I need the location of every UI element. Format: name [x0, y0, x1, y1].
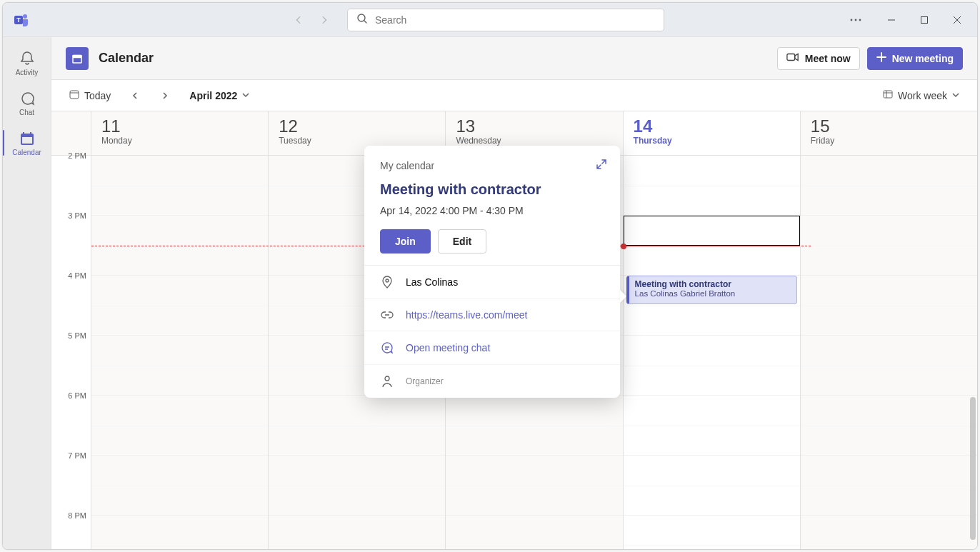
- view-picker[interactable]: Work week: [878, 86, 964, 105]
- rail-activity[interactable]: Activity: [3, 43, 51, 83]
- chevron-down-icon: [241, 90, 250, 101]
- time-slot[interactable]: [624, 516, 800, 550]
- event-popover: My calendar Meeting with contractor Apr …: [364, 146, 620, 398]
- svg-point-17: [385, 376, 389, 381]
- next-period-button[interactable]: [155, 86, 175, 106]
- today-label: Today: [84, 90, 111, 101]
- time-slot[interactable]: [91, 516, 268, 550]
- join-button[interactable]: Join: [380, 229, 431, 254]
- time-slot[interactable]: [801, 156, 977, 216]
- time-slot[interactable]: [91, 396, 268, 456]
- main-area: Calendar Meet now New meeting Today: [51, 37, 977, 549]
- time-slot[interactable]: [801, 336, 977, 396]
- history-back-button[interactable]: [287, 9, 310, 31]
- svg-rect-13: [787, 54, 795, 61]
- time-gutter: 2 PM3 PM4 PM5 PM6 PM7 PM8 PM: [51, 111, 91, 549]
- organizer-label: Organizer: [406, 376, 444, 386]
- svg-point-2: [23, 14, 27, 19]
- popover-location: Las Colinas: [406, 276, 458, 288]
- rail-item-label: Calendar: [12, 149, 41, 156]
- svg-point-6: [859, 19, 861, 21]
- chat-icon: [380, 341, 394, 354]
- time-slot[interactable]: [91, 336, 268, 396]
- button-label: Edit: [453, 236, 471, 247]
- current-time-line: [624, 246, 800, 246]
- event-title: Meeting with contractor: [635, 279, 791, 289]
- today-button[interactable]: Today: [64, 86, 115, 105]
- day-number: 14: [634, 117, 790, 136]
- time-slot[interactable]: [91, 276, 268, 336]
- popover-chat-row[interactable]: Open meeting chat: [364, 331, 620, 365]
- svg-point-3: [358, 14, 365, 21]
- time-label: 3 PM: [68, 211, 86, 220]
- search-box[interactable]: [347, 9, 664, 31]
- time-slot[interactable]: [624, 156, 800, 216]
- expand-button[interactable]: [596, 159, 607, 173]
- time-slot[interactable]: [269, 456, 445, 516]
- popover-location-row: Las Colinas: [364, 266, 620, 299]
- popover-pointer: [620, 290, 626, 303]
- day-number: 11: [101, 117, 258, 136]
- button-label: Join: [395, 236, 416, 247]
- edit-button[interactable]: Edit: [438, 229, 486, 254]
- new-meeting-button[interactable]: New meeting: [867, 47, 963, 70]
- title-bar: T: [3, 3, 977, 37]
- maximize-button[interactable]: [909, 9, 940, 31]
- day-header: 15Friday: [801, 111, 977, 156]
- time-slot[interactable]: [91, 156, 268, 216]
- prev-period-button[interactable]: [125, 86, 145, 106]
- popover-title: Meeting with contractor: [380, 181, 604, 198]
- time-slot[interactable]: [446, 396, 622, 456]
- meet-now-button[interactable]: Meet now: [777, 47, 860, 70]
- time-slot[interactable]: [801, 216, 977, 276]
- close-button[interactable]: [941, 9, 973, 31]
- today-icon: [69, 89, 80, 102]
- calendar-app-icon: [66, 47, 89, 70]
- popover-link-row[interactable]: https://teams.live.com/meet: [364, 299, 620, 331]
- app-rail: Activity Chat Calendar: [3, 37, 51, 549]
- time-slot[interactable]: [801, 276, 977, 336]
- time-slot[interactable]: [801, 516, 977, 550]
- day-number: 13: [456, 117, 612, 136]
- svg-rect-14: [70, 91, 79, 99]
- svg-text:T: T: [16, 16, 21, 24]
- svg-rect-12: [74, 58, 81, 62]
- calendar-event[interactable]: Meeting with contractorLas Colinas Gabri…: [626, 276, 797, 304]
- day-name: Thursday: [634, 136, 790, 146]
- minimize-button[interactable]: [876, 9, 907, 31]
- day-header: 11Monday: [91, 111, 268, 156]
- scrollbar[interactable]: [970, 254, 976, 542]
- month-picker[interactable]: April 2022: [185, 87, 254, 104]
- scrollbar-thumb[interactable]: [970, 397, 976, 540]
- chevron-down-icon: [951, 90, 960, 101]
- day-name: Monday: [101, 136, 258, 146]
- svg-rect-11: [72, 54, 82, 57]
- popover-calendar-name: My calendar: [380, 160, 604, 171]
- day-column[interactable]: 11Monday: [91, 111, 269, 549]
- time-slot[interactable]: [269, 396, 445, 456]
- time-slot[interactable]: [624, 396, 800, 456]
- search-input[interactable]: [375, 14, 655, 26]
- time-slot[interactable]: [446, 516, 622, 550]
- day-number: 12: [279, 117, 435, 136]
- day-column[interactable]: 14ThursdayMeeting with contractorLas Col…: [624, 111, 801, 549]
- more-button[interactable]: [841, 9, 870, 31]
- time-slot[interactable]: [624, 336, 800, 396]
- svg-point-16: [386, 279, 389, 282]
- time-slot[interactable]: [91, 456, 268, 516]
- time-slot[interactable]: [624, 456, 800, 516]
- svg-rect-9: [22, 137, 32, 144]
- svg-point-4: [851, 19, 853, 21]
- rail-calendar[interactable]: Calendar: [3, 123, 51, 163]
- rail-chat[interactable]: Chat: [3, 83, 51, 123]
- person-icon: [380, 375, 394, 388]
- time-slot[interactable]: [801, 396, 977, 456]
- time-label: 2 PM: [68, 151, 86, 160]
- time-slot[interactable]: [269, 516, 445, 550]
- history-forward-button[interactable]: [313, 9, 336, 31]
- time-slot[interactable]: [801, 456, 977, 516]
- day-column[interactable]: 15Friday: [801, 111, 977, 549]
- time-slot[interactable]: [446, 456, 622, 516]
- popover-open-chat: Open meeting chat: [406, 342, 490, 353]
- video-icon: [786, 52, 799, 64]
